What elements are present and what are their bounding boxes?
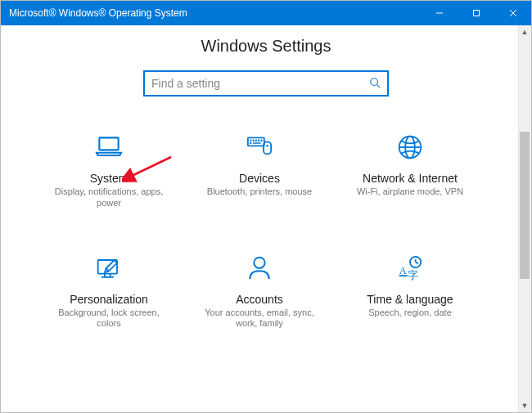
search-icon — [369, 77, 381, 91]
svg-line-5 — [377, 84, 381, 88]
search-input[interactable] — [151, 77, 369, 90]
close-button[interactable] — [494, 1, 531, 25]
scrollbar-track[interactable]: ▲ ▼ — [518, 25, 531, 412]
tile-time-language[interactable]: A 字 Time & language Speech, region, date — [335, 250, 485, 330]
tile-title: Network & Internet — [363, 172, 458, 185]
devices-icon — [243, 129, 276, 165]
tile-title: System — [90, 172, 128, 185]
svg-rect-6 — [99, 137, 118, 150]
window-title: Microsoft® Windows® Operating System — [9, 7, 187, 19]
tile-devices[interactable]: Devices Bluetooth, printers, mouse — [184, 129, 335, 209]
tile-desc: Display, notifications, apps, power — [47, 186, 170, 209]
tile-title: Devices — [239, 172, 280, 185]
page-title: Windows Settings — [1, 37, 531, 56]
scroll-down-button[interactable]: ▼ — [518, 399, 531, 412]
tile-accounts[interactable]: Accounts Your accounts, email, sync, wor… — [184, 250, 335, 330]
maximize-button[interactable] — [458, 1, 494, 25]
tile-desc: Bluetooth, printers, mouse — [207, 186, 312, 198]
tile-desc: Wi-Fi, airplane mode, VPN — [357, 186, 463, 198]
laptop-icon — [92, 129, 125, 165]
svg-point-16 — [266, 145, 268, 147]
titlebar: Microsoft® Windows® Operating System — [1, 1, 531, 25]
tile-network[interactable]: Network & Internet Wi-Fi, airplane mode,… — [335, 129, 485, 209]
scrollbar-thumb[interactable] — [520, 132, 530, 279]
tile-title: Personalization — [70, 293, 148, 306]
globe-icon — [394, 129, 426, 165]
svg-rect-1 — [473, 11, 479, 16]
svg-point-24 — [254, 257, 264, 267]
svg-text:字: 字 — [408, 269, 418, 281]
svg-point-4 — [371, 78, 378, 85]
time-language-icon: A 字 — [394, 250, 426, 286]
window-controls — [421, 1, 531, 25]
settings-grid: System Display, notifications, apps, pow… — [1, 129, 518, 330]
personalization-icon — [92, 250, 125, 286]
scroll-up-button[interactable]: ▲ — [518, 25, 531, 38]
tile-desc: Background, lock screen, colors — [47, 308, 170, 330]
minimize-button[interactable] — [421, 1, 458, 25]
search-box[interactable] — [143, 70, 389, 97]
search-wrap — [1, 70, 531, 97]
svg-line-27 — [416, 262, 418, 263]
person-icon — [243, 250, 276, 286]
tile-personalization[interactable]: Personalization Background, lock screen,… — [34, 250, 184, 330]
tile-title: Accounts — [236, 293, 283, 306]
tile-desc: Speech, region, date — [368, 308, 452, 319]
svg-text:A: A — [399, 264, 407, 276]
content-area: Windows Settings System Display, notific… — [1, 25, 531, 412]
tile-desc: Your accounts, email, sync, work, family — [198, 308, 321, 330]
svg-rect-7 — [248, 137, 264, 146]
tile-system[interactable]: System Display, notifications, apps, pow… — [34, 129, 184, 209]
tile-title: Time & language — [367, 293, 453, 306]
